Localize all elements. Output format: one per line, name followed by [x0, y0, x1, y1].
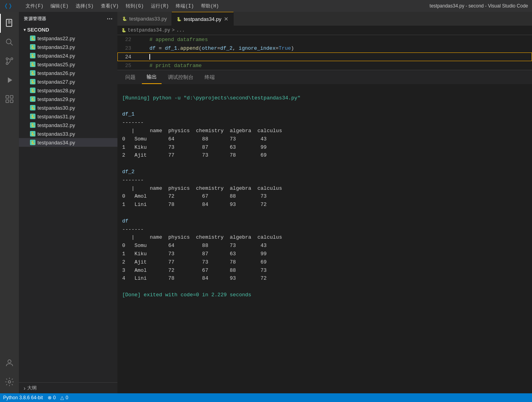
file-item-testpandas29-py[interactable]: testpandas29.py — [19, 95, 117, 103]
df1-header: | name physics chemistry algebra calculu… — [122, 128, 282, 134]
df2-label: df_2 — [122, 169, 134, 175]
editor-area: 🐍 testpandas33.py 🐍 testpandas34.py ✕ 🐍 … — [117, 12, 532, 393]
panel-tab-debug[interactable]: 调试控制台 — [163, 70, 198, 84]
sidebar-more-icon[interactable]: ··· — [107, 15, 113, 22]
menu-run[interactable]: 运行(R) — [148, 2, 172, 10]
running-line: [Running] python -u "d:\pyprojects\secon… — [122, 95, 300, 101]
code-content-23: df = df_1.append(other=df_2, ignore_inde… — [137, 45, 294, 51]
menu-goto[interactable]: 转到(G) — [123, 2, 147, 10]
panel-tab-terminal[interactable]: 终端 — [200, 70, 219, 84]
file-name: testpandas29.py — [37, 96, 75, 102]
svg-rect-12 — [10, 95, 13, 98]
panel-content: [Running] python -u "d:\pyprojects\secon… — [117, 84, 532, 393]
svg-rect-14 — [10, 100, 13, 103]
df1-separator: ------- — [122, 120, 144, 125]
outline-label: 大纲 — [27, 385, 37, 391]
df-label: df — [122, 218, 128, 224]
panel-tabs: 问题 输出 调试控制台 终端 — [117, 70, 532, 84]
error-count: ⊗ 0 — [48, 395, 56, 400]
tab-testpandas33[interactable]: 🐍 testpandas33.py — [117, 12, 172, 26]
svg-marker-10 — [8, 77, 12, 83]
line-number-22: 22 — [117, 37, 137, 43]
tab-icon-34: 🐍 — [177, 17, 181, 21]
breadcrumb-file[interactable]: testpandas34.py — [128, 28, 170, 33]
file-item-testpandas30-py[interactable]: testpandas30.py — [19, 103, 117, 112]
file-icon — [30, 36, 35, 41]
sidebar: 资源管理器 ··· SECOND testpandas22.pytestpand… — [19, 12, 117, 393]
svg-point-8 — [11, 58, 13, 60]
search-icon[interactable] — [0, 33, 19, 52]
file-icon — [30, 131, 35, 136]
tab-label-33: testpandas33.py — [129, 16, 167, 22]
run-debug-icon[interactable] — [0, 71, 19, 90]
explorer-icon[interactable] — [0, 14, 19, 33]
df2-separator: ------- — [122, 177, 144, 183]
file-name: testpandas32.py — [37, 122, 75, 128]
file-item-testpandas33-py[interactable]: testpandas33.py — [19, 129, 117, 138]
code-line-25: 25 # print dataframe — [117, 61, 532, 70]
df-row-4: 4 Lini 78 84 93 72 — [122, 275, 267, 281]
code-line-23: 23 df = df_1.append(other=df_2, ignore_i… — [117, 44, 532, 52]
file-name: testpandas34.py — [37, 140, 75, 146]
file-item-testpandas27-py[interactable]: testpandas27.py — [19, 77, 117, 86]
panel-tab-problems[interactable]: 问题 — [121, 70, 140, 84]
file-item-testpandas26-py[interactable]: testpandas26.py — [19, 69, 117, 77]
file-name: testpandas31.py — [37, 114, 75, 120]
df1-row-1: 1 Kiku 73 87 63 99 — [122, 144, 267, 150]
file-name: testpandas30.py — [37, 105, 75, 111]
svg-rect-11 — [6, 95, 9, 98]
breadcrumb-rest[interactable]: ... — [176, 28, 185, 33]
menu-file[interactable]: 文件(F) — [22, 2, 47, 10]
file-item-testpandas23-py[interactable]: testpandas23.py — [19, 43, 117, 51]
folder-name[interactable]: SECOND — [19, 26, 117, 34]
panel-tab-output[interactable]: 输出 — [142, 70, 162, 84]
svg-point-15 — [8, 360, 11, 363]
settings-icon[interactable] — [0, 372, 19, 391]
df-separator: ------- — [122, 226, 144, 232]
code-content-24 — [137, 54, 150, 60]
svg-point-6 — [6, 58, 8, 60]
menu-terminal[interactable]: 终端(I) — [173, 2, 197, 10]
svg-rect-3 — [8, 23, 11, 23]
code-line-24[interactable]: 24 — [117, 52, 532, 61]
file-icon — [30, 96, 35, 102]
file-item-testpandas31-py[interactable]: testpandas31.py — [19, 112, 117, 121]
menu-view[interactable]: 查看(V) — [98, 2, 122, 10]
file-icon — [30, 44, 35, 50]
file-icon — [30, 122, 35, 128]
file-item-testpandas22-py[interactable]: testpandas22.py — [19, 34, 117, 43]
tab-close-34[interactable]: ✕ — [224, 16, 229, 22]
svg-rect-13 — [6, 100, 9, 103]
file-item-testpandas25-py[interactable]: testpandas25.py — [19, 60, 117, 69]
account-icon[interactable] — [0, 353, 19, 372]
tab-label-34: testpandas34.py — [184, 16, 221, 22]
sidebar-title: 资源管理器 — [24, 16, 47, 22]
line-number-24: 24 — [117, 54, 137, 60]
menu-help[interactable]: 帮助(H) — [198, 2, 222, 10]
file-item-testpandas24-py[interactable]: testpandas24.py — [19, 51, 117, 60]
svg-point-16 — [8, 381, 11, 383]
python-version[interactable]: Python 3.8.6 64-bit — [3, 395, 43, 400]
tab-testpandas34[interactable]: 🐍 testpandas34.py ✕ — [172, 12, 233, 26]
file-item-testpandas34-py[interactable]: testpandas34.py — [19, 138, 117, 147]
outline-section[interactable]: 大纲 — [19, 382, 117, 393]
sidebar-header: 资源管理器 ··· — [19, 12, 117, 26]
svg-line-5 — [11, 43, 13, 46]
breadcrumb: 🐍 testpandas34.py > ... — [117, 26, 532, 35]
file-item-testpandas28-py[interactable]: testpandas28.py — [19, 86, 117, 95]
svg-rect-2 — [8, 22, 11, 22]
file-icon — [30, 140, 35, 145]
file-icon — [30, 105, 35, 110]
file-item-testpandas32-py[interactable]: testpandas32.py — [19, 121, 117, 129]
file-name: testpandas27.py — [37, 79, 75, 85]
code-editor[interactable]: 22 # append dataframes 23 df = df_1.appe… — [117, 35, 532, 70]
svg-point-4 — [6, 39, 11, 44]
source-control-icon[interactable] — [0, 52, 19, 71]
menu-edit[interactable]: 编辑(E) — [47, 2, 72, 10]
file-icon — [30, 79, 35, 84]
df2-header: | name physics chemistry algebra calculu… — [122, 185, 282, 191]
file-name: testpandas33.py — [37, 131, 75, 137]
menu-select[interactable]: 选择(S) — [73, 2, 97, 10]
warning-count: △ 0 — [60, 395, 68, 400]
extensions-icon[interactable] — [0, 90, 19, 108]
